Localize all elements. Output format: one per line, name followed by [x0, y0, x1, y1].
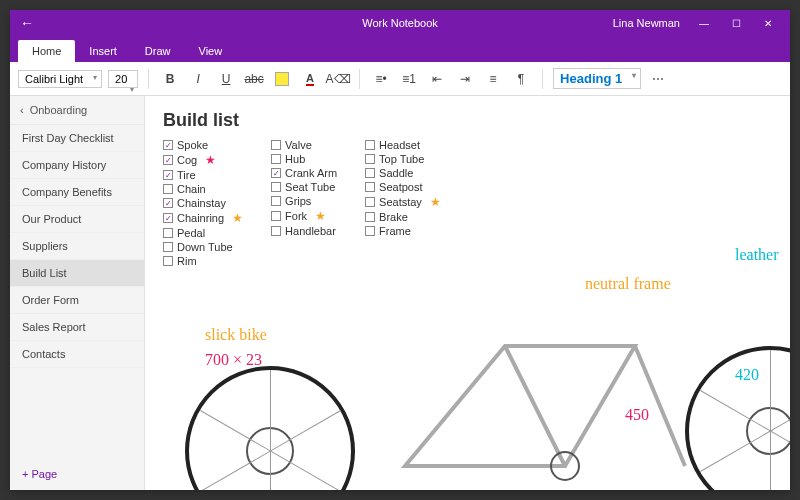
tab-view[interactable]: View — [185, 40, 237, 62]
checkbox-icon[interactable] — [365, 140, 375, 150]
tab-home[interactable]: Home — [18, 40, 75, 62]
sidebar-item[interactable]: Company History — [10, 152, 144, 179]
checklist-item[interactable]: Brake — [365, 211, 441, 223]
checklist-item[interactable]: Seatstay★ — [365, 195, 441, 209]
checklist-item[interactable]: Seat Tube — [271, 181, 337, 193]
back-button[interactable]: ← — [10, 15, 44, 31]
checklist-item[interactable]: Fork★ — [271, 209, 337, 223]
checkbox-icon[interactable] — [271, 226, 281, 236]
checkbox-icon[interactable] — [365, 226, 375, 236]
checkbox-icon[interactable] — [365, 197, 375, 207]
highlight-color-button[interactable] — [271, 68, 293, 90]
star-tag-icon[interactable]: ★ — [232, 211, 243, 225]
checkbox-icon[interactable] — [163, 140, 173, 150]
sidebar-item[interactable]: Suppliers — [10, 233, 144, 260]
checkbox-icon[interactable] — [163, 184, 173, 194]
star-tag-icon[interactable]: ★ — [205, 153, 216, 167]
sidebar-item[interactable]: Contacts — [10, 341, 144, 368]
separator — [359, 69, 360, 89]
user-name[interactable]: Lina Newman — [607, 17, 686, 29]
checkbox-icon[interactable] — [365, 182, 375, 192]
checkbox-icon[interactable] — [271, 211, 281, 221]
font-color-button[interactable]: A — [299, 68, 321, 90]
checkbox-icon[interactable] — [163, 213, 173, 223]
checklist-item[interactable]: Chainstay — [163, 197, 243, 209]
sidebar-item[interactable]: Our Product — [10, 206, 144, 233]
checklist-item[interactable]: Crank Arm — [271, 167, 337, 179]
strikethrough-button[interactable]: abc — [243, 68, 265, 90]
checklist-item[interactable]: Pedal — [163, 227, 243, 239]
sidebar-item[interactable]: First Day Checklist — [10, 125, 144, 152]
checklist-item[interactable]: Hub — [271, 153, 337, 165]
checkbox-icon[interactable] — [271, 182, 281, 192]
close-button[interactable]: ✕ — [754, 18, 782, 29]
indent-button[interactable]: ⇥ — [454, 68, 476, 90]
paragraph-button[interactable]: ¶ — [510, 68, 532, 90]
checkbox-icon[interactable] — [365, 168, 375, 178]
checklist-item[interactable]: Chainring★ — [163, 211, 243, 225]
checklist-label: Pedal — [177, 227, 205, 239]
ink-annotation: neutral frame — [585, 276, 671, 292]
checklist-item[interactable]: Rim — [163, 255, 243, 267]
underline-button[interactable]: U — [215, 68, 237, 90]
checkbox-icon[interactable] — [163, 198, 173, 208]
checklist-item[interactable]: Chain — [163, 183, 243, 195]
checkbox-icon[interactable] — [365, 212, 375, 222]
font-size-select[interactable]: 20 — [108, 70, 138, 88]
checklist-item[interactable]: Saddle — [365, 167, 441, 179]
checklist-item[interactable]: Grips — [271, 195, 337, 207]
checklist-item[interactable]: Headset — [365, 139, 441, 151]
checklist-item[interactable]: Seatpost — [365, 181, 441, 193]
checklist-item[interactable]: Cog★ — [163, 153, 243, 167]
checkbox-icon[interactable] — [271, 140, 281, 150]
italic-button[interactable]: I — [187, 68, 209, 90]
clear-format-button[interactable]: A⌫ — [327, 68, 349, 90]
checkbox-icon[interactable] — [163, 170, 173, 180]
checklist-label: Chainring — [177, 212, 224, 224]
checkbox-icon[interactable] — [271, 154, 281, 164]
checkbox-icon[interactable] — [365, 154, 375, 164]
star-tag-icon[interactable]: ★ — [315, 209, 326, 223]
checklist-item[interactable]: Tire — [163, 169, 243, 181]
checklist-item[interactable]: Spoke — [163, 139, 243, 151]
sidebar-item[interactable]: Sales Report — [10, 314, 144, 341]
page-canvas[interactable]: Build list SpokeCog★TireChainChainstayCh… — [145, 96, 790, 490]
align-button[interactable]: ≡ — [482, 68, 504, 90]
checklist-item[interactable]: Handlebar — [271, 225, 337, 237]
tab-insert[interactable]: Insert — [75, 40, 131, 62]
checkbox-icon[interactable] — [163, 256, 173, 266]
page-title: Build list — [163, 110, 772, 131]
style-more-button[interactable]: ⋯ — [647, 68, 669, 90]
number-list-button[interactable]: ≡1 — [398, 68, 420, 90]
ink-annotation: 700 × 23 — [205, 351, 262, 369]
ink-annotation: leather — [735, 246, 779, 264]
sidebar-item[interactable]: Order Form — [10, 287, 144, 314]
chevron-left-icon[interactable]: ‹ — [20, 104, 24, 116]
checklist-label: Grips — [285, 195, 311, 207]
bullet-list-button[interactable]: ≡• — [370, 68, 392, 90]
checklist-item[interactable]: Top Tube — [365, 153, 441, 165]
checkbox-icon[interactable] — [271, 196, 281, 206]
outdent-button[interactable]: ⇤ — [426, 68, 448, 90]
checkbox-icon[interactable] — [163, 242, 173, 252]
checklist-label: Headset — [379, 139, 420, 151]
minimize-button[interactable]: — — [690, 18, 718, 29]
checklist-label: Saddle — [379, 167, 413, 179]
checklist-item[interactable]: Valve — [271, 139, 337, 151]
checkbox-icon[interactable] — [163, 155, 173, 165]
sidebar-item[interactable]: Build List — [10, 260, 144, 287]
checklist-item[interactable]: Frame — [365, 225, 441, 237]
bold-button[interactable]: B — [159, 68, 181, 90]
checkbox-icon[interactable] — [163, 228, 173, 238]
heading-style-select[interactable]: Heading 1 — [553, 68, 641, 89]
font-name-select[interactable]: Calibri Light — [18, 70, 102, 88]
tab-draw[interactable]: Draw — [131, 40, 185, 62]
checkbox-icon[interactable] — [271, 168, 281, 178]
star-tag-icon[interactable]: ★ — [430, 195, 441, 209]
sidebar-item[interactable]: Company Benefits — [10, 179, 144, 206]
section-name[interactable]: Onboarding — [30, 104, 88, 116]
maximize-button[interactable]: ☐ — [722, 18, 750, 29]
add-page-button[interactable]: + Page — [10, 458, 144, 490]
checklist-item[interactable]: Down Tube — [163, 241, 243, 253]
bike-illustration: slick bike 700 × 23 29" 100mm neutral fr… — [305, 296, 790, 490]
